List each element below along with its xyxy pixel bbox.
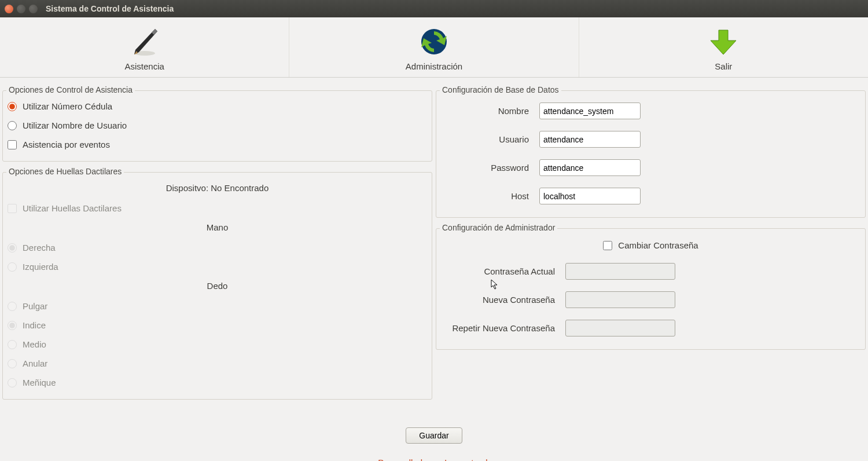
save-button[interactable]: Guardar xyxy=(406,427,462,444)
db-config-title: Configuración de Base de Datos xyxy=(440,85,561,94)
new-pw-row: Nueva Contraseña xyxy=(441,286,860,314)
attendance-options-title: Opciones de Control de Asistencia xyxy=(6,85,135,94)
radio-finger-medio-label: Medio xyxy=(23,339,46,349)
exit-arrow-icon xyxy=(707,25,740,58)
radio-cedula[interactable]: Utilizar Número Cédula xyxy=(8,97,427,116)
radio-hand-left-input xyxy=(8,262,17,272)
hand-section-label: Mano xyxy=(8,218,427,238)
radio-cedula-label: Utilizar Número Cédula xyxy=(23,101,112,111)
device-status: Dispositvo: No Encontrado xyxy=(8,178,427,199)
window-minimize-icon[interactable] xyxy=(17,5,25,13)
db-name-input[interactable] xyxy=(539,103,641,119)
radio-finger-indice-input xyxy=(8,321,17,330)
db-host-label: Host xyxy=(441,191,539,201)
refresh-icon xyxy=(418,25,450,58)
radio-finger-pulgar: Pulgar xyxy=(8,297,427,316)
main-toolbar: Asistencia Administración Salir xyxy=(0,17,868,78)
finger-section-label: Dedo xyxy=(8,276,427,297)
left-column: Opciones de Control de Asistencia Utiliz… xyxy=(2,80,432,400)
check-eventos-label: Asistencia por eventos xyxy=(23,140,110,149)
db-config-group: Configuración de Base de Datos Nombre Us… xyxy=(436,90,866,218)
new-pw-input xyxy=(565,291,675,308)
admin-config-title: Configuración de Administrador xyxy=(440,223,557,232)
db-host-input[interactable] xyxy=(539,188,641,204)
radio-finger-pulgar-label: Pulgar xyxy=(23,301,47,311)
repeat-pw-input xyxy=(565,320,675,336)
change-password-row[interactable]: Cambiar Contraseña xyxy=(441,235,860,257)
toolbar-asistencia-label: Asistencia xyxy=(124,61,164,71)
radio-finger-indice: Indice xyxy=(8,316,427,335)
current-pw-label: Contraseña Actual xyxy=(441,266,565,276)
change-password-label: Cambiar Contraseña xyxy=(618,240,698,250)
radio-hand-left: Izquierda xyxy=(8,257,427,276)
main-content: Opciones de Control de Asistencia Utiliz… xyxy=(0,78,868,400)
db-user-input[interactable] xyxy=(539,131,641,148)
check-eventos[interactable]: Asistencia por eventos xyxy=(8,135,427,154)
radio-finger-indice-label: Indice xyxy=(23,320,46,330)
radio-hand-left-label: Izquierda xyxy=(23,262,58,272)
db-pass-label: Password xyxy=(441,163,539,173)
db-name-label: Nombre xyxy=(441,106,539,116)
db-user-label: Usuario xyxy=(441,134,539,144)
toolbar-salir[interactable]: Salir xyxy=(579,17,868,77)
current-pw-input xyxy=(565,263,675,280)
pen-icon xyxy=(128,25,161,58)
db-pass-input[interactable] xyxy=(539,159,641,176)
admin-config-group: Configuración de Administrador Cambiar C… xyxy=(436,228,866,350)
toolbar-asistencia[interactable]: Asistencia xyxy=(0,17,289,77)
radio-hand-right-input xyxy=(8,243,17,253)
db-host-row: Host xyxy=(441,182,860,210)
radio-finger-menique-input xyxy=(8,378,17,387)
credit-link[interactable]: Desarrollado por Lemontruck xyxy=(378,458,490,461)
save-area: Guardar xyxy=(0,400,868,454)
change-password-checkbox[interactable] xyxy=(603,241,612,250)
toolbar-salir-label: Salir xyxy=(715,61,732,71)
radio-finger-menique-label: Meñique xyxy=(23,378,56,387)
radio-usuario-label: Utilizar Nombre de Usuario xyxy=(23,120,127,130)
window-maximize-icon[interactable] xyxy=(29,5,38,13)
attendance-options-group: Opciones de Control de Asistencia Utiliz… xyxy=(2,90,432,162)
repeat-pw-label: Repetir Nueva Contraseña xyxy=(441,323,565,333)
window-close-icon[interactable] xyxy=(5,5,13,13)
fingerprint-options-title: Opciones de Huellas Dactilares xyxy=(6,167,124,176)
radio-finger-anular: Anular xyxy=(8,354,427,373)
radio-hand-right-label: Derecha xyxy=(23,243,56,253)
right-column: Configuración de Base de Datos Nombre Us… xyxy=(436,80,866,400)
radio-usuario[interactable]: Utilizar Nombre de Usuario xyxy=(8,116,427,135)
radio-finger-medio-input xyxy=(8,340,17,349)
radio-hand-right: Derecha xyxy=(8,238,427,257)
radio-finger-anular-label: Anular xyxy=(23,358,47,368)
check-use-fingerprint-label: Utilizar Huellas Dactilares xyxy=(23,203,122,213)
radio-cedula-input[interactable] xyxy=(8,102,17,111)
db-name-row: Nombre xyxy=(441,97,860,125)
toolbar-administracion-label: Administración xyxy=(406,61,462,71)
window-title: Sistema de Control de Asistencia xyxy=(46,4,174,13)
toolbar-administracion[interactable]: Administración xyxy=(289,17,579,77)
check-use-fingerprint: Utilizar Huellas Dactilares xyxy=(8,199,427,218)
window-controls xyxy=(5,5,38,13)
new-pw-label: Nueva Contraseña xyxy=(441,295,565,305)
check-use-fingerprint-input xyxy=(8,204,17,213)
db-pass-row: Password xyxy=(441,153,860,182)
radio-finger-medio: Medio xyxy=(8,335,427,354)
radio-finger-pulgar-input xyxy=(8,302,17,311)
fingerprint-options-group: Opciones de Huellas Dactilares Dispositv… xyxy=(2,172,432,400)
radio-usuario-input[interactable] xyxy=(8,121,17,130)
radio-finger-anular-input xyxy=(8,359,17,368)
repeat-pw-row: Repetir Nueva Contraseña xyxy=(441,314,860,342)
radio-finger-menique: Meñique xyxy=(8,373,427,392)
titlebar: Sistema de Control de Asistencia xyxy=(0,0,868,17)
current-pw-row: Contraseña Actual xyxy=(441,257,860,286)
check-eventos-input[interactable] xyxy=(8,140,17,149)
db-user-row: Usuario xyxy=(441,125,860,153)
footer: Desarrollado por Lemontruck xyxy=(0,454,868,461)
